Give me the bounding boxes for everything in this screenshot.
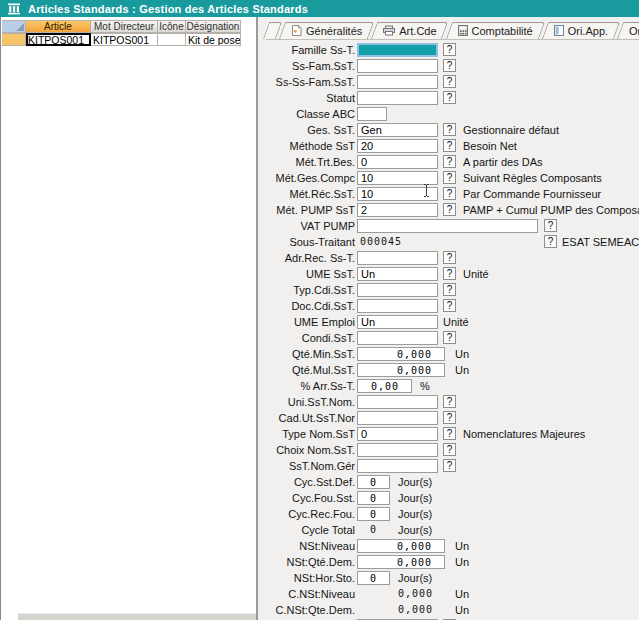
- field-note: PAMP + Cumul PUMP des Composants: [463, 202, 639, 218]
- field-label: Mét.Trt.Bes.: [262, 154, 355, 170]
- grid-cell[interactable]: KITPOS001: [26, 33, 91, 46]
- field-label: UME SsT.: [262, 266, 355, 282]
- field-input[interactable]: [357, 347, 445, 361]
- field-row: Mét.Trt.Bes.?A partir des DAs: [262, 154, 639, 170]
- tab-label: Ori.Fab.: [629, 25, 639, 37]
- field-row: Adr.Rec. Ss-T.?: [262, 250, 639, 266]
- field-input[interactable]: [357, 75, 438, 89]
- tab-art-cde[interactable]: Art.Cde: [374, 22, 445, 39]
- field-input[interactable]: [357, 107, 387, 121]
- grid-cell[interactable]: Kit de pose 1: [186, 33, 241, 46]
- field-input[interactable]: [357, 427, 438, 441]
- field-input[interactable]: [357, 395, 438, 409]
- field-input[interactable]: [357, 315, 438, 329]
- field-input[interactable]: [357, 539, 445, 553]
- field-input[interactable]: [357, 187, 438, 201]
- application-window: Articles Standards : Gestion des Article…: [0, 0, 639, 620]
- field-input[interactable]: [357, 571, 390, 585]
- horizontal-scrollbar[interactable]: [18, 613, 256, 620]
- field-input[interactable]: [357, 139, 438, 153]
- column-header-motdirecteur[interactable]: Mot Directeur: [91, 20, 158, 33]
- help-button[interactable]: ?: [443, 123, 456, 136]
- help-button[interactable]: ?: [544, 219, 557, 232]
- field-row: Choix Nom.SsT.?: [262, 442, 639, 458]
- field-input[interactable]: [357, 219, 538, 233]
- tab-ori-fab[interactable]: Ori.Fab.: [620, 22, 639, 39]
- field-input[interactable]: [357, 411, 438, 425]
- help-button[interactable]: ?: [443, 395, 456, 408]
- help-button[interactable]: ?: [443, 43, 456, 56]
- subcontracting-form: Famille Ss-T.?Ss-Fam.SsT.?Ss-Ss-Fam.SsT.…: [262, 42, 639, 620]
- tab-label: Art.Cde: [399, 25, 436, 37]
- tab-label: Comptabilité: [472, 25, 533, 37]
- help-button[interactable]: ?: [443, 59, 456, 72]
- articles-list-panel: ArticleMot DirecteurIcôneDésignation KIT…: [0, 17, 258, 620]
- help-button[interactable]: ?: [443, 299, 456, 312]
- field-label: Famille Ss-T.: [262, 42, 355, 58]
- field-row: Cyc.Fou.Sst.Jour(s): [262, 490, 639, 506]
- help-button[interactable]: ?: [443, 411, 456, 424]
- field-row: Cyc.Rec.Fou.Jour(s): [262, 506, 639, 522]
- field-row: Type Nom.SsT?Nomenclatures Majeures: [262, 426, 639, 442]
- help-button[interactable]: ?: [443, 139, 456, 152]
- field-input[interactable]: [357, 43, 438, 57]
- help-button[interactable]: ?: [443, 267, 456, 280]
- field-input[interactable]: [357, 363, 445, 377]
- field-input[interactable]: [357, 299, 438, 313]
- field-input[interactable]: [357, 507, 390, 521]
- field-input[interactable]: [357, 459, 438, 473]
- grid-cell[interactable]: [158, 33, 186, 46]
- help-button[interactable]: ?: [443, 203, 456, 216]
- tab-strip: GénéralitésArt.CdeComptabilitéOri.App.Or…: [266, 22, 639, 40]
- field-label: Condi.SsT.: [262, 330, 355, 346]
- field-note: A partir des DAs: [463, 154, 542, 170]
- field-input[interactable]: [357, 59, 438, 73]
- field-row: Cad.Ut.SsT.Nor?: [262, 410, 639, 426]
- field-input[interactable]: [357, 379, 412, 393]
- field-row: Qté.Mul.SsT.Un: [262, 362, 639, 378]
- column-header-article[interactable]: Article: [26, 20, 91, 33]
- field-input[interactable]: [357, 251, 438, 265]
- field-input[interactable]: [357, 267, 438, 281]
- help-button[interactable]: ?: [443, 75, 456, 88]
- help-button[interactable]: ?: [443, 155, 456, 168]
- field-label: Cyc.Rec.Fou.: [262, 506, 355, 522]
- column-header-icne[interactable]: Icône: [158, 20, 186, 33]
- row-selector[interactable]: [2, 33, 26, 46]
- help-button[interactable]: ?: [443, 331, 456, 344]
- field-input[interactable]: [357, 91, 438, 105]
- help-button[interactable]: ?: [544, 235, 557, 248]
- field-label: Type Nom.SsT: [262, 426, 355, 442]
- field-row: SsT.Nom.Gér?: [262, 458, 639, 474]
- field-input[interactable]: [357, 555, 445, 569]
- help-button[interactable]: ?: [443, 187, 456, 200]
- field-input[interactable]: [357, 283, 438, 297]
- help-button[interactable]: ?: [443, 251, 456, 264]
- column-header-dsignation[interactable]: Désignation: [186, 20, 241, 33]
- help-button[interactable]: ?: [443, 443, 456, 456]
- field-input[interactable]: [357, 203, 438, 217]
- help-button[interactable]: ?: [443, 171, 456, 184]
- help-button[interactable]: ?: [443, 427, 456, 440]
- field-row: Typ.Cdi.SsT.?: [262, 282, 639, 298]
- tab-ori-app[interactable]: Ori.App.: [545, 22, 617, 39]
- field-value: 0: [357, 522, 390, 538]
- field-input[interactable]: [357, 475, 390, 489]
- field-input[interactable]: [357, 331, 438, 345]
- help-button[interactable]: ?: [443, 459, 456, 472]
- field-label: UME Emploi: [262, 314, 355, 330]
- field-input[interactable]: [357, 443, 438, 457]
- calculator-icon: [458, 25, 468, 36]
- help-button[interactable]: ?: [443, 283, 456, 296]
- field-input[interactable]: [357, 155, 438, 169]
- field-label: Statut: [262, 90, 355, 106]
- field-input[interactable]: [357, 171, 438, 185]
- help-button[interactable]: ?: [443, 91, 456, 104]
- tab-comptabilit[interactable]: Comptabilité: [449, 22, 542, 39]
- grid-corner-cell[interactable]: [2, 20, 26, 33]
- field-note: Un: [455, 538, 469, 554]
- field-input[interactable]: [357, 491, 390, 505]
- field-input[interactable]: [357, 123, 438, 137]
- tab-g-n-ralit-s[interactable]: Généralités: [282, 22, 371, 39]
- grid-cell[interactable]: KITPOS001: [91, 33, 158, 46]
